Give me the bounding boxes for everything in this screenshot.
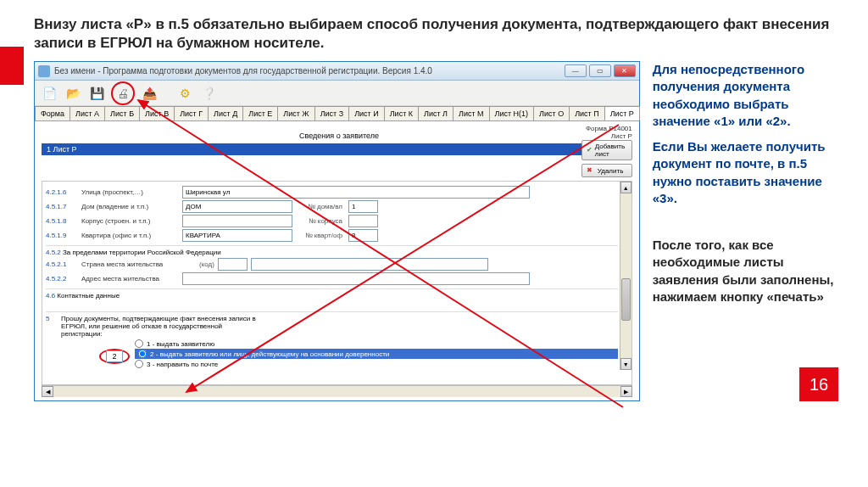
tab-l[interactable]: Лист Л bbox=[418, 106, 453, 120]
tab-v[interactable]: Лист В bbox=[139, 106, 175, 120]
opt1-label: 1 - выдать заявителю bbox=[147, 340, 214, 348]
tab-p[interactable]: Лист П bbox=[569, 106, 605, 120]
scroll-up-button[interactable]: ▲ bbox=[620, 182, 632, 193]
tab-forma[interactable]: Форма bbox=[35, 106, 70, 120]
delete-sheet-label: Удалить bbox=[598, 167, 624, 175]
row-label: Корпус (строен. и т.п.) bbox=[81, 217, 179, 225]
tab-o[interactable]: Лист О bbox=[533, 106, 570, 120]
fields-panel: 4.2.1.6 Улица (проспект,…) 4.5.1.7 Дом (… bbox=[42, 181, 632, 385]
sheet-band[interactable]: 1 Лист Р bbox=[42, 143, 632, 155]
page-number: 16 bbox=[799, 367, 838, 401]
side-paragraph-3: После того, как все необходимые листы за… bbox=[653, 237, 838, 305]
form-area: Сведения о заявителе Форма Р14001 Лист Р… bbox=[35, 121, 639, 400]
delete-sheet-button[interactable]: ✖Удалить bbox=[581, 164, 632, 177]
radio-2[interactable] bbox=[138, 350, 147, 358]
form-title: Сведения о заявителе bbox=[92, 125, 586, 140]
section-num: 4.6 bbox=[46, 292, 55, 299]
tabs-row: Форма Лист А Лист Б Лист В Лист Г Лист Д… bbox=[35, 106, 639, 121]
korpus-num-input[interactable] bbox=[348, 215, 378, 227]
row-label: Улица (проспект,…) bbox=[81, 188, 179, 196]
row-label: Страна места жительства bbox=[81, 260, 179, 268]
radio-1[interactable] bbox=[135, 339, 143, 348]
tab-zh[interactable]: Лист Ж bbox=[277, 106, 314, 120]
radio-opt3[interactable]: 3 - направить по почте bbox=[135, 359, 618, 369]
country-name-input[interactable] bbox=[251, 258, 488, 271]
option-circle-annotation: 2 bbox=[99, 349, 130, 364]
tab-a[interactable]: Лист А bbox=[70, 106, 105, 120]
settings-icon[interactable]: ⚙ bbox=[175, 84, 194, 103]
foreign-address-input[interactable] bbox=[182, 272, 530, 285]
export-icon[interactable]: 📤 bbox=[140, 84, 159, 103]
add-sheet-button[interactable]: ✔Добавить лист bbox=[581, 140, 632, 160]
house-num-input[interactable] bbox=[348, 200, 378, 213]
slide-header: Внизу листа «Р» в п.5 обязательно выбира… bbox=[34, 15, 838, 53]
apt-num-input[interactable] bbox=[348, 229, 378, 242]
vertical-scrollbar[interactable]: ▲ ▼ bbox=[620, 182, 632, 370]
minimize-button[interactable]: — bbox=[565, 64, 587, 77]
sub-label: № дома/вл bbox=[296, 203, 345, 210]
scroll-thumb[interactable] bbox=[621, 278, 631, 321]
form-code: Форма Р14001 bbox=[586, 125, 632, 132]
section5-text: Прошу документы, подтверждающие факт вне… bbox=[61, 315, 256, 338]
side-paragraph-2: Если Вы желаете получить документ по поч… bbox=[653, 138, 838, 207]
row-label: Адрес места жительства bbox=[81, 275, 179, 283]
print-icon[interactable]: 🖨 bbox=[114, 84, 132, 103]
scroll-left-button[interactable]: ◀ bbox=[42, 386, 53, 397]
close-button[interactable]: ✕ bbox=[614, 64, 636, 77]
side-paragraph-1: Для непосредственного получения документ… bbox=[653, 61, 838, 130]
print-circle-annotation: 🖨 bbox=[111, 81, 135, 105]
toolbar: 📄 📂 💾 🖨 📤 ⚙ ❔ bbox=[35, 81, 639, 106]
section-label: За пределами территории Российской Федер… bbox=[63, 249, 221, 256]
sub-label: № корпуса bbox=[296, 217, 345, 225]
row-num: 4.5.2.2 bbox=[46, 275, 78, 283]
help-icon[interactable]: ❔ bbox=[199, 84, 218, 103]
tab-r[interactable]: Лист Р bbox=[604, 106, 640, 120]
delivery-option-input[interactable]: 2 bbox=[106, 350, 123, 362]
radio-opt1[interactable]: 1 - выдать заявителю bbox=[135, 339, 618, 349]
save-icon[interactable]: 💾 bbox=[87, 84, 106, 103]
korpus-type-input[interactable] bbox=[182, 215, 292, 227]
opt3-label: 3 - направить по почте bbox=[147, 361, 218, 368]
scroll-down-button[interactable]: ▼ bbox=[620, 358, 632, 370]
titlebar: Без имени - Программа подготовки докумен… bbox=[35, 62, 639, 81]
row-num: 4.2.1.6 bbox=[46, 188, 78, 196]
tab-k[interactable]: Лист К bbox=[384, 106, 419, 120]
section-num: 5 bbox=[46, 315, 56, 322]
app-window: Без имени - Программа подготовки докумен… bbox=[34, 61, 640, 401]
tab-d[interactable]: Лист Д bbox=[208, 106, 243, 120]
tab-b[interactable]: Лист Б bbox=[104, 106, 140, 120]
add-sheet-label: Добавить лист bbox=[595, 143, 627, 158]
tab-z[interactable]: Лист З bbox=[314, 106, 350, 120]
radio-3[interactable] bbox=[135, 360, 143, 368]
radio-opt2[interactable]: 2 - выдать заявителю или лицу, действующ… bbox=[135, 349, 618, 359]
opt2-label: 2 - выдать заявителю или лицу, действующ… bbox=[150, 350, 389, 358]
scroll-right-button[interactable]: ▶ bbox=[620, 386, 632, 397]
open-icon[interactable]: 📂 bbox=[64, 84, 82, 103]
row-label: Дом (владение и т.п.) bbox=[81, 203, 179, 210]
house-type-input[interactable] bbox=[182, 200, 292, 213]
row-num: 4.5.1.9 bbox=[46, 232, 78, 239]
window-title: Без имени - Программа подготовки докумен… bbox=[54, 66, 565, 76]
tab-e[interactable]: Лист Е bbox=[242, 106, 278, 120]
code-label: (код) bbox=[199, 260, 214, 268]
tab-i[interactable]: Лист И bbox=[348, 106, 385, 120]
row-label: Квартира (офис и т.п.) bbox=[81, 232, 179, 239]
new-icon[interactable]: 📄 bbox=[40, 84, 58, 103]
horizontal-scrollbar[interactable]: ◀ ▶ bbox=[42, 385, 632, 397]
apt-type-input[interactable] bbox=[182, 229, 292, 242]
street-input[interactable] bbox=[182, 186, 530, 199]
tab-n1[interactable]: Лист Н(1) bbox=[489, 106, 535, 120]
tab-g[interactable]: Лист Г bbox=[174, 106, 209, 120]
accent-bar bbox=[0, 47, 24, 85]
app-icon bbox=[38, 65, 50, 77]
section-num: 4.5.2 bbox=[46, 249, 61, 256]
row-num: 4.5.1.8 bbox=[46, 217, 78, 225]
country-code-input[interactable] bbox=[218, 258, 248, 271]
form-sheet: Лист Р bbox=[586, 132, 632, 140]
row-num: 4.5.1.7 bbox=[46, 203, 78, 210]
tab-m[interactable]: Лист М bbox=[453, 106, 490, 120]
maximize-button[interactable]: ▭ bbox=[589, 64, 611, 77]
sub-label: № кварт/оф bbox=[296, 232, 345, 239]
section-label: Контактные данные bbox=[57, 292, 120, 299]
row-num: 4.5.2.1 bbox=[46, 260, 78, 268]
